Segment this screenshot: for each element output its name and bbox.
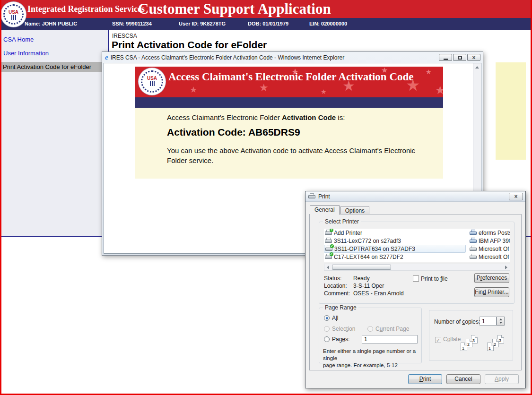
printer-comment-value: OSES - Eran Arnold [353, 290, 404, 297]
scroll-up-icon [475, 66, 479, 69]
printer-list-item[interactable]: Microsoft Of [469, 245, 510, 253]
maximize-icon [458, 56, 462, 60]
spin-up-icon [499, 318, 502, 320]
collate-checkbox: ✓Collate [435, 336, 461, 343]
minimize-button[interactable] [439, 54, 452, 61]
close-icon: × [472, 55, 475, 60]
printer-location-row: Location:3-S-11 Oper [324, 283, 384, 289]
printer-list-item[interactable]: + Add Printer [324, 229, 466, 237]
maximize-button[interactable] [453, 54, 466, 61]
scrollbar-thumb[interactable] [332, 265, 391, 270]
printer-list-item[interactable]: 3S11-LexC772 on s27adf3 [324, 237, 466, 245]
app-subtitle: Integrated Registration Services [27, 4, 145, 14]
user-ssn: SSN: 999011234 [112, 21, 152, 26]
tab-general[interactable]: General [310, 205, 340, 215]
star-decoration: ★ [321, 88, 327, 95]
scroll-right-button[interactable] [503, 264, 510, 270]
printer-icon [470, 246, 477, 252]
spin-down-icon [499, 322, 502, 324]
popup-banner: ★ ★ ★ ★ ★ ★ ★ ★ ★ USA Access Claimant's … [135, 67, 443, 97]
pages-input[interactable] [362, 335, 418, 343]
app-header: Integrated Registration Services Custome… [0, 0, 532, 18]
printer-default-icon: ✓ [325, 246, 333, 252]
dialog-tabs: General Options [310, 205, 369, 215]
printer-list-item[interactable]: Microsoft Of [469, 253, 510, 261]
find-printer-button[interactable]: Find Printer... [474, 287, 509, 297]
printer-icon [308, 193, 316, 199]
scroll-up-button[interactable] [473, 63, 481, 71]
collate-illustration: 1 2 3 [461, 335, 481, 355]
user-dob: DOB: 01/01/1979 [248, 21, 288, 26]
ie-window-controls: × [439, 54, 480, 61]
close-icon: × [514, 194, 517, 199]
printer-list-item[interactable]: ✓ C17-LEXT644 on S277DF2 [324, 253, 466, 261]
star-decoration: ★ [435, 85, 443, 96]
star-decoration: ★ [426, 69, 432, 75]
printer-list-item-selected[interactable]: ✓ 3S11-OPTRAT634 on S27ADF3 [324, 245, 466, 253]
popup-navy-bar [135, 97, 443, 108]
sidebar-item-csa-home[interactable]: CSA Home [3, 36, 34, 43]
tab-options[interactable]: Options [340, 206, 369, 215]
printer-icon [470, 254, 477, 260]
activation-body-text: You can use the above Activation code to… [167, 146, 432, 165]
cancel-button[interactable]: Cancel [446, 374, 480, 384]
horizontal-scrollbar[interactable] [324, 264, 510, 271]
select-printer-group: Select Printer + Add Printer 3S11-LexC77… [319, 222, 515, 304]
user-ein: EIN: 020000000 [309, 21, 347, 26]
printer-status-row: Status:Ready [324, 275, 370, 282]
printer-location-value: 3-S-11 Oper [353, 283, 384, 289]
add-printer-icon: + [325, 230, 332, 236]
dialog-close-button[interactable]: × [509, 193, 523, 200]
copies-input[interactable] [480, 317, 497, 326]
copies-stepper[interactable] [497, 317, 505, 326]
radio-disabled-icon [367, 326, 373, 332]
copies-group: Number of copies: ✓Collate 1 2 3 1 2 [429, 310, 513, 361]
ssa-seal-icon: USA [1, 2, 26, 27]
print-dialog: Print × General Options Select Printer +… [305, 191, 526, 388]
printer-list: + Add Printer 3S11-LexC772 on s27adf3 ✓ … [324, 229, 510, 262]
general-tab-panel: Select Printer + Add Printer 3S11-LexC77… [309, 214, 522, 370]
activation-code-panel: Access Claimant's Electronic Folder Acti… [135, 108, 443, 179]
ssa-seal-icon: USA [139, 68, 166, 95]
print-button[interactable]: Print [408, 374, 442, 384]
scroll-right-icon [505, 266, 507, 269]
scroll-left-button[interactable] [324, 264, 331, 270]
popup-banner-title: Access Claimant's Electronic Folder Acti… [168, 71, 414, 83]
sidebar: CSA Home User Information Print Activati… [1, 30, 109, 236]
printer-icon [325, 238, 332, 244]
collate-illustration: 1 2 3 [487, 335, 508, 355]
sidebar-item-user-information[interactable]: User Information [3, 50, 49, 57]
radio-current-page: Current Page [367, 326, 409, 332]
print-dialog-title: Print [318, 193, 330, 200]
printer-list-item[interactable]: eforms Posts [469, 229, 510, 237]
radio-selected-icon [324, 315, 330, 321]
radio-disabled-icon [324, 326, 330, 332]
print-to-file-checkbox[interactable]: Print to file [413, 275, 448, 282]
print-dialog-titlebar[interactable]: Print [305, 191, 525, 202]
page-range-note: Enter either a single page number or a s… [323, 348, 421, 369]
printer-default-icon: ✓ [325, 254, 332, 260]
page-range-label: Page Range [323, 304, 358, 311]
sidebar-item-print-activation-code-selected[interactable]: Print Activation Code for eFolder [1, 62, 102, 72]
radio-pages[interactable]: Pages: [324, 336, 349, 343]
checkbox-checked-icon: ✓ [435, 337, 441, 343]
preferences-button[interactable]: Preferences [474, 273, 509, 283]
breadcrumb: IRESCSA [112, 33, 137, 39]
star-decoration: ★ [259, 83, 269, 93]
close-button[interactable]: × [467, 54, 480, 61]
radio-selection: Selection [324, 326, 355, 332]
apply-button: Apply [485, 374, 519, 384]
printer-icon [470, 238, 477, 244]
ie-window-titlebar[interactable]: e IRES CSA - Access Claimant's Electroni… [102, 52, 483, 63]
document-printer-icon [470, 230, 477, 236]
radio-all[interactable]: All [324, 315, 338, 321]
printer-list-item[interactable]: IBM AFP 3900 [469, 237, 510, 245]
scroll-left-icon [327, 266, 329, 269]
ie-window-title: IRES CSA - Access Claimant's Electronic … [111, 54, 344, 61]
star-decoration: ★ [190, 86, 197, 94]
page-range-group: Page Range All Selection Current Page Pa… [319, 308, 422, 363]
printer-comment-row: Comment:OSES - Eran Arnold [324, 290, 404, 297]
minimize-icon [444, 59, 448, 60]
activation-code-value: Activation Code: AB65DRS9 [167, 127, 300, 138]
user-info-bar: Name: JOHN PUBLIC SSN: 999011234 User ID… [0, 18, 532, 30]
